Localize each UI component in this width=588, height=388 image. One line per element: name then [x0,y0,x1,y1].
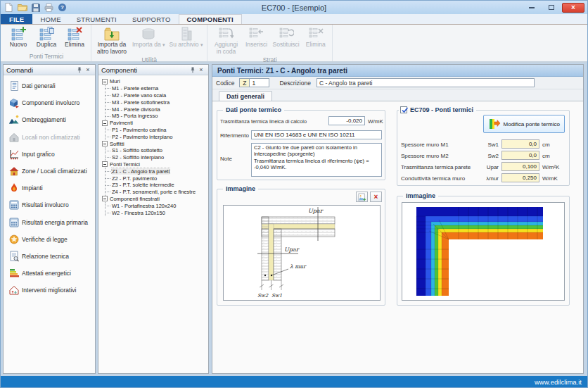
riferimento-label: Riferimento [220,132,249,139]
sidebar-item-zone-locali-climatizzati[interactable]: Zone / Locali climatizzati [4,163,95,180]
tree-item[interactable]: P2 - Pavimento interpiano [106,133,207,140]
elimina-ponte-button[interactable]: Elimina [60,25,89,49]
duplicate-icon [39,26,54,42]
detail-content: Dati ponte termico Trasmittanza termica … [212,101,583,373]
sidebar-item-componenti-involucro[interactable]: Componenti involucro [4,94,95,111]
descrizione-field[interactable]: C - Angolo tra pareti [317,78,535,87]
delete-image-button[interactable]: × [370,192,382,202]
duplica-button[interactable]: Duplica [32,25,60,49]
tab-strumenti[interactable]: STRUMENTI [69,14,124,24]
thermal-edit-icon [488,118,501,130]
codice-prefix-field[interactable]: Z [239,78,250,87]
note-field[interactable]: C2 - Giunto tre due pareti con isolament… [251,143,382,177]
trasmittanza-field[interactable]: -0,020 [328,116,365,125]
tree-node-componenti-finestrati[interactable]: Componenti finestrati [102,196,207,203]
tree-item[interactable]: P1 - Pavimento cantina [106,127,207,134]
componenti-panel-header: Componenti × [98,65,208,75]
diagram-lambda-label: λ mur [290,263,307,270]
document-icon [6,80,22,92]
sidebar-item-ombreggiamenti[interactable]: Ombreggiamenti [4,111,95,128]
maximize-button[interactable] [542,3,561,13]
collapse-icon[interactable] [102,141,108,146]
tree-item[interactable]: W2 - Finestra 120x150 [106,209,207,216]
tab-supporto[interactable]: SUPPORTO [124,14,179,24]
sidebar-item-impianti[interactable]: Impianti [4,180,95,196]
tab-componenti[interactable]: COMPONENTI [179,14,242,24]
ec709-group: EC709 - Ponti termici Modifica ponte ter… [397,110,570,186]
ribbon-group-ponti-termici: Nuovo Duplica Elimina Pont [2,25,91,61]
collapse-icon[interactable] [102,79,108,85]
upar-field[interactable]: 0,100 [501,162,539,171]
sidebar-item-relazione-tecnica[interactable]: Relazione tecnica [4,248,95,265]
close-panel-icon[interactable]: × [197,65,205,74]
tree-item[interactable]: S1 - Soffitto sottotetto [106,147,207,154]
codice-number-field[interactable]: 1 [250,78,269,87]
tree-item[interactable]: Z4 - P.T. serramenti, porte e finestre [106,189,207,196]
componenti-panel: Componenti × Muri M1 - Parete esterna M2… [98,64,209,374]
sw2-field[interactable]: 0,0 [501,151,539,160]
tab-dati-generali[interactable]: Dati generali [219,91,272,101]
tree-item[interactable]: M3 - Parete sottofinestra [106,99,207,106]
tab-file[interactable]: FILE [1,14,32,24]
help-icon[interactable]: ? [57,2,68,13]
save-icon[interactable] [30,2,41,13]
print-icon[interactable] [44,2,54,13]
ec709-checkbox[interactable] [400,106,407,113]
tab-home[interactable]: HOME [32,14,68,24]
sidebar-item-risultati-energia-primaria[interactable]: Risultati energia primaria [4,214,95,231]
elimina-strato-button: Elimina [302,25,330,49]
trasmittanza-label: Trasmittanza termica lineica di calcolo [220,118,307,125]
maximize-icon [549,5,554,10]
new-file-icon[interactable] [4,2,14,13]
pin-icon[interactable] [188,65,197,74]
tree-children: W1 - Portafinestra 120x240 W2 - Finestra… [105,202,207,216]
edilclima-link[interactable]: www.edilclima.it [535,378,582,386]
tree-node-soffitti[interactable]: Soffitti [102,140,207,147]
tree-item[interactable]: S2 - Soffitto interpiano [106,154,207,161]
append-icon [218,26,234,42]
add-image-button[interactable] [356,192,368,202]
tree-item-selected[interactable]: Z1 - C - Angolo tra pareti [106,168,207,175]
sidebar-item-risultati-involucro[interactable]: Risultati involucro [4,196,95,213]
row-label: Conduttività termica muro [401,175,465,182]
sidebar-item-interventi-migliorativi[interactable]: Interventi migliorativi [4,282,95,299]
import-folder-icon [103,26,120,42]
lambda-mur-field[interactable]: 0,250 [501,173,539,182]
workspace: Comandi × Dati generali Componenti invol… [1,63,587,376]
importa-da-altro-lavoro-button[interactable]: Importa da altro lavoro [94,25,130,56]
main-panel-header: Ponti Termici: Z1 - C - Angolo tra paret… [212,65,583,77]
riferimento-field[interactable]: UNI EN ISO 14683 e UNI EN ISO 10211 [251,130,382,139]
quick-access-toolbar: ? [4,2,68,13]
tree-item[interactable]: M2 - Parete vano scala [106,92,207,99]
insert-icon [248,26,264,42]
sidebar-item-verifiche-di-legge[interactable]: Verifiche di legge [4,231,95,248]
tree-item[interactable]: Z2 - P.T. pavimento [106,175,207,182]
collapse-icon[interactable] [102,196,108,201]
sidebar-item-attestati-energetici[interactable]: Attestati energetici [4,265,95,282]
pin-icon[interactable] [75,65,84,74]
modifica-ponte-termico-button[interactable]: Modifica ponte termico [483,115,565,133]
collapse-icon[interactable] [102,120,108,126]
close-button[interactable]: × [562,3,584,13]
row-unit: cm [542,142,550,148]
tree-item[interactable]: M4 - Parete divisoria [106,106,207,113]
tree-item[interactable]: M1 - Parete esterna [106,85,207,92]
tree-item[interactable]: M5 - Porta ingresso [106,113,207,120]
delete-image-icon: × [374,194,378,201]
collapse-icon[interactable] [102,161,108,167]
sidebar-item-input-grafico[interactable]: Input grafico [4,146,95,163]
tree-node-pavimenti[interactable]: Pavimenti [102,120,207,127]
row-symbol: Upar [480,164,499,170]
minimize-button[interactable] [523,3,541,13]
sw1-field[interactable]: 0,0 [501,139,539,149]
nuovo-button[interactable]: Nuovo [4,25,32,49]
tree-item[interactable]: W1 - Portafinestra 120x240 [106,202,207,209]
tree-node-ponti-termici[interactable]: Ponti Termici [102,161,207,168]
close-panel-icon[interactable]: × [84,65,92,74]
open-folder-icon[interactable] [17,2,27,13]
tree-item[interactable]: Z3 - P.T. solette intermedie [106,182,207,189]
row-symbol: Sw2 [480,153,499,159]
sidebar-item-dati-generali[interactable]: Dati generali [4,77,95,94]
tree-node-muri[interactable]: Muri [102,78,207,85]
dati-ponte-termico-group: Dati ponte termico Trasmittanza termica … [217,110,385,180]
